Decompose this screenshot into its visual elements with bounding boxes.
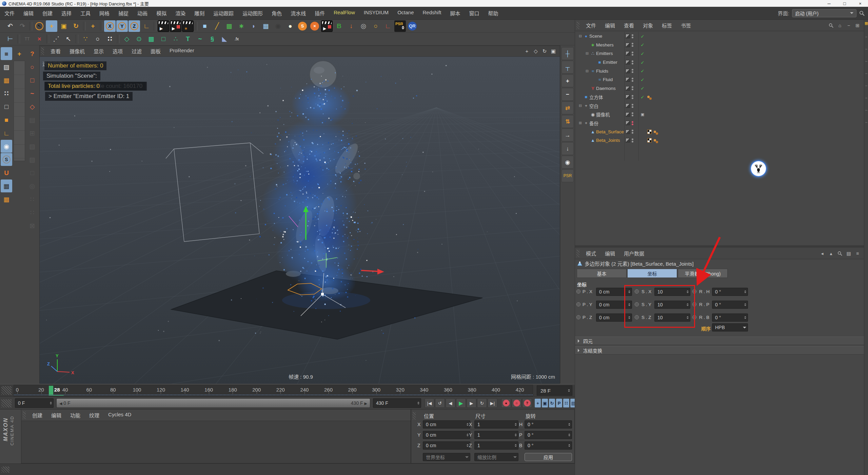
panel-grip[interactable]: [41, 48, 44, 55]
menu-Redshift[interactable]: Redshift: [418, 10, 446, 17]
psr[interactable]: PSR0: [394, 20, 406, 32]
visibility-toggles[interactable]: [626, 130, 633, 134]
coord-field-尺寸-X[interactable]: 1: [474, 420, 518, 429]
hier-swap-v[interactable]: ⇅: [561, 115, 574, 128]
field-R.H[interactable]: 0 °: [712, 288, 748, 296]
model-mode[interactable]: ■: [1, 47, 12, 60]
tree-item-立方体[interactable]: ■立方体✓: [575, 93, 864, 101]
transport-grip[interactable]: [1, 399, 12, 407]
mg-fracture[interactable]: ⊙: [133, 33, 145, 45]
snap-mode[interactable]: S: [1, 153, 12, 166]
redo[interactable]: ↷: [17, 20, 28, 32]
section-冻结变换[interactable]: 冻结变换: [575, 346, 864, 355]
menu-编辑[interactable]: 编辑: [19, 10, 38, 17]
texture-tag[interactable]: [647, 130, 652, 134]
hier-move-down[interactable]: ↓: [561, 142, 574, 155]
key-parameter-button[interactable]: P: [556, 398, 563, 408]
visibility-toggles[interactable]: [626, 51, 633, 56]
mg-spline[interactable]: ~: [194, 33, 206, 45]
panel-grip[interactable]: [23, 412, 26, 419]
timeline-grip[interactable]: [1, 386, 12, 395]
tool-disabled-9[interactable]: ⊠: [26, 219, 38, 232]
current-frame-field[interactable]: 28 F: [537, 385, 572, 396]
tree-item-空白[interactable]: ⊟+空白: [575, 101, 864, 110]
enable-toggle[interactable]: ✓: [639, 60, 646, 65]
select-points[interactable]: ↖: [63, 33, 74, 45]
mouse-mode[interactable]: ◉: [1, 140, 12, 153]
move-tool-2[interactable]: +: [87, 20, 99, 32]
qr[interactable]: QR: [407, 20, 418, 32]
am-up[interactable]: ▴: [827, 250, 835, 257]
am-menu-模式[interactable]: 模式: [581, 250, 600, 257]
hier-junction[interactable]: ┼: [561, 47, 574, 60]
hier-remove[interactable]: −: [561, 88, 574, 101]
tree-item-Fluids[interactable]: ⊟≈Fluids✓: [575, 66, 864, 75]
enable-toggle[interactable]: ✓: [639, 94, 646, 100]
enable-toggle[interactable]: ▣: [639, 112, 646, 117]
coord-field-位置-X[interactable]: 0 cm: [423, 420, 470, 429]
menu-雕刻[interactable]: 雕刻: [190, 10, 209, 17]
viewport-menu-ProRender[interactable]: ProRender: [165, 48, 199, 55]
tree-item-备份[interactable]: ⊞+备份: [575, 119, 864, 128]
deformer[interactable]: ◗: [248, 20, 259, 32]
rotation-order-dropdown[interactable]: HPB: [712, 323, 748, 331]
menu-流水线[interactable]: 流水线: [286, 10, 310, 17]
visibility-toggles[interactable]: [626, 95, 633, 99]
tree-item-Beta_Surface[interactable]: ▲Beta_Surface: [575, 128, 864, 136]
spline-pen[interactable]: ╱: [211, 20, 223, 32]
texture-mode[interactable]: ▨: [1, 60, 12, 73]
subdivision-surface[interactable]: ▩: [223, 20, 235, 32]
viewport-menu-选项[interactable]: 选项: [108, 48, 127, 55]
menu-文件[interactable]: 文件: [0, 10, 19, 17]
enable-toggle[interactable]: ✓: [639, 86, 646, 91]
polygons-mode[interactable]: ■: [1, 113, 12, 126]
menu-脚本[interactable]: 脚本: [446, 10, 465, 17]
am-list[interactable]: ▤: [845, 250, 852, 257]
panel-grip[interactable]: [576, 22, 579, 29]
move-palette[interactable]: +: [14, 47, 25, 60]
menu-窗口[interactable]: 窗口: [465, 10, 484, 17]
view-zoom[interactable]: ◇: [531, 47, 540, 55]
field-R.P[interactable]: 0 °: [712, 301, 748, 309]
menu-插件[interactable]: 插件: [310, 10, 329, 17]
mg-matrix[interactable]: □: [158, 33, 169, 45]
tool-disabled-1[interactable]: ▤: [26, 113, 38, 126]
maximize-button[interactable]: □: [837, 1, 852, 6]
menu-运动跟踪[interactable]: 运动跟踪: [209, 10, 238, 17]
xp-strike[interactable]: ×: [34, 33, 45, 45]
visibility-toggles[interactable]: [626, 86, 633, 91]
material-menu-纹理[interactable]: 纹理: [85, 412, 104, 419]
visibility-toggles[interactable]: [626, 138, 633, 142]
coord-field-旋转-B[interactable]: 0 °: [525, 441, 572, 450]
menu-动画[interactable]: 动画: [133, 10, 152, 17]
tab-坐标[interactable]: 坐标: [627, 269, 677, 278]
tt-tool[interactable]: TT: [21, 33, 33, 45]
om-menu-编辑[interactable]: 编辑: [600, 22, 619, 29]
lock-y-axis[interactable]: Y: [116, 20, 128, 32]
tree-item-Emitter[interactable]: ■Emitter✓: [575, 58, 864, 67]
material-menu-编辑[interactable]: 编辑: [47, 412, 66, 419]
dot-grid[interactable]: ∷: [104, 33, 116, 45]
visibility-toggles[interactable]: [626, 69, 633, 73]
material-tag[interactable]: [647, 96, 650, 98]
visibility-toggles[interactable]: [626, 77, 633, 82]
tree-item-Beta_Joints[interactable]: ▲Beta_Joints: [575, 136, 864, 145]
mg-voronoi[interactable]: ▩: [145, 33, 157, 45]
play-backward-button[interactable]: ↺: [435, 398, 445, 408]
coord-field-位置-Z[interactable]: 0 cm: [423, 441, 470, 450]
dot-ring[interactable]: ○: [92, 33, 103, 45]
field-R.B[interactable]: 0 °: [712, 314, 748, 322]
docked-tab-icon[interactable]: ▦: [864, 21, 868, 30]
om-menu-对象[interactable]: 对象: [638, 22, 657, 29]
menu-Octane[interactable]: Octane: [393, 10, 418, 17]
material-menu-Cycles 4D[interactable]: Cycles 4D: [104, 412, 136, 419]
dot-circle[interactable]: ○: [370, 20, 381, 32]
loop-mode-button[interactable]: ↻: [477, 398, 487, 408]
lock-x-axis[interactable]: X: [104, 20, 116, 32]
om-menu-书签[interactable]: 书签: [676, 22, 695, 29]
dropdown-世界坐标[interactable]: 世界坐标: [423, 453, 470, 461]
menu-运动图形[interactable]: 运动图形: [238, 10, 267, 17]
om-menu-查看[interactable]: 查看: [619, 22, 638, 29]
am-menu[interactable]: ≡: [854, 250, 861, 257]
timeline-ruler[interactable]: 0204060801001201401601802002202402602803…: [14, 385, 533, 396]
